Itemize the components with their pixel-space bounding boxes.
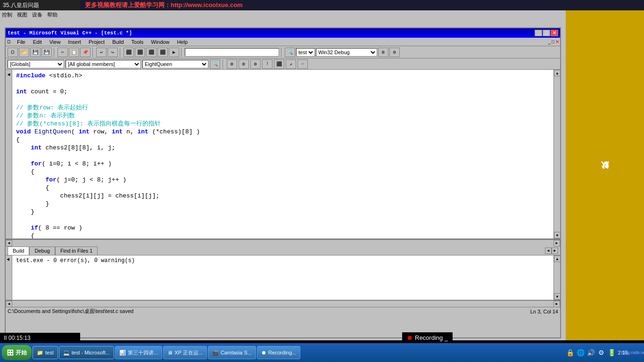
- scope-select[interactable]: [Globals]: [8, 60, 64, 68]
- tb-undo-btn[interactable]: ↩: [96, 48, 107, 57]
- tb-b5[interactable]: ▶: [169, 48, 179, 57]
- taskbar-icon-recording: ⏺: [261, 350, 266, 355]
- taskbar-tray: 🔒 🌐 🔊 ⚙ 🔋 2:15 blog.csdn.net: [562, 348, 642, 357]
- tab-find-in-files[interactable]: Find in Files 1: [55, 247, 98, 255]
- tb-cut-btn[interactable]: ✂: [58, 48, 68, 57]
- code-line-18: }: [16, 208, 550, 216]
- tb-b4[interactable]: ⬛: [157, 48, 168, 57]
- vs-menu-edit[interactable]: Edit: [31, 39, 44, 45]
- code-line-16: chess2[i][j] = chess[i][j];: [16, 192, 550, 200]
- vs-menu-help[interactable]: Help: [175, 39, 190, 45]
- tb-copy-btn[interactable]: 📋: [69, 48, 79, 57]
- scroll-thumb[interactable]: [554, 76, 560, 232]
- vm-menu-item-view[interactable]: 视图: [17, 11, 27, 18]
- taskbar-btn-test[interactable]: 📁 test: [33, 346, 58, 359]
- vs-menu-window[interactable]: Window: [149, 39, 171, 45]
- output-scroll-up[interactable]: ▲: [554, 255, 561, 262]
- tab-debug[interactable]: Debug: [29, 247, 55, 255]
- tb-new-btn[interactable]: 🗋: [8, 48, 18, 57]
- tray-icon-3[interactable]: 🔊: [587, 348, 595, 357]
- scroll-left-arrow[interactable]: ◀: [6, 240, 12, 247]
- start-button[interactable]: ⊞ 开始: [2, 345, 32, 360]
- output-scrollbar-h[interactable]: ◀ ▶: [6, 300, 560, 307]
- taskbar-btn-vs[interactable]: 💻 test - Microsoft...: [59, 346, 114, 359]
- vs-menu-view[interactable]: View: [48, 39, 63, 45]
- out-scroll-right[interactable]: ▶: [553, 301, 560, 307]
- vm-menu-item-device[interactable]: 设备: [32, 11, 42, 18]
- tray-icon-url[interactable]: blog.csdn.net: [630, 348, 638, 357]
- output-collapse[interactable]: ◀: [6, 255, 12, 263]
- scroll-right-arrow[interactable]: ▶: [553, 240, 560, 247]
- tab-scroll-left[interactable]: ◀: [545, 247, 552, 254]
- vs-inner-close[interactable]: ✕: [555, 39, 559, 44]
- tb-f2[interactable]: ⚙: [227, 59, 237, 69]
- tray-icon-2[interactable]: 🌐: [577, 348, 585, 357]
- tb-f1[interactable]: 🔍: [210, 59, 220, 69]
- code-line-14: for( j=0; j < 8; j++ ): [16, 176, 550, 184]
- tb-b3[interactable]: ⬛: [146, 48, 157, 57]
- tray-icon-4[interactable]: ⚙: [597, 348, 606, 357]
- vm-menu-item-help[interactable]: 帮助: [47, 11, 58, 18]
- tb-save-btn[interactable]: 💾: [30, 48, 41, 57]
- tb-settings1[interactable]: ⚙: [378, 48, 388, 57]
- vm-menu-item-control[interactable]: 控制: [2, 11, 12, 18]
- scroll-down-arrow[interactable]: ▼: [554, 232, 561, 239]
- tb-f7[interactable]: ↗: [286, 59, 296, 69]
- vs-menu-tools[interactable]: Tools: [130, 39, 146, 45]
- taskbar-btn-ppt[interactable]: 📊 第三十四讲...: [115, 346, 162, 359]
- taskbar-label-ppt: 第三十四讲...: [128, 349, 158, 356]
- vs-inner-restore[interactable]: □: [552, 39, 554, 44]
- windows-logo: ⊞: [7, 347, 14, 358]
- tb-saveall-btn[interactable]: 💾: [41, 48, 52, 57]
- tb-build-select[interactable]: Win32 Debug: [316, 48, 377, 57]
- taskbar-label-camtasia: Camtasia S...: [221, 350, 252, 355]
- code-editor[interactable]: #include <stdio.h> int count = 0; // 参数r…: [12, 70, 553, 239]
- tb-redo-btn[interactable]: ↪: [107, 48, 118, 57]
- tb-f4[interactable]: ⚙: [250, 59, 261, 69]
- tb-search-input[interactable]: [185, 48, 279, 57]
- code-scrollbar-v[interactable]: ▲ ▼: [553, 70, 560, 239]
- tb-f8[interactable]: ☞: [297, 59, 308, 69]
- tb-settings2[interactable]: ⚙: [389, 48, 400, 57]
- vs-menu-file[interactable]: File: [15, 39, 27, 45]
- code-scrollbar-h[interactable]: ◀ ▶: [6, 239, 560, 246]
- tb-paste-btn[interactable]: 📌: [80, 48, 91, 57]
- taskbar-icon-test: 📁: [37, 350, 43, 356]
- output-scrollbar-v[interactable]: ▲ ▼: [553, 255, 560, 300]
- ad-banner: 更多视频教程请上爱酷学习网：http://www.icoolxue.com: [80, 0, 644, 10]
- scroll-up-arrow[interactable]: ▲: [554, 70, 561, 76]
- taskbar-btn-recording[interactable]: ⏺ Recording...: [257, 346, 300, 359]
- tab-build[interactable]: Build: [8, 247, 29, 255]
- taskbar-label-vs: test - Microsoft...: [72, 350, 110, 355]
- tray-icon-1[interactable]: 🔒: [566, 348, 575, 357]
- vs-menu-build[interactable]: Build: [110, 39, 125, 45]
- vs-close-btn[interactable]: ✕: [551, 30, 558, 36]
- vs-maximize-btn[interactable]: □: [543, 30, 550, 36]
- out-scroll-left[interactable]: ◀: [6, 301, 12, 307]
- output-scroll-thumb[interactable]: [554, 262, 560, 293]
- vs-minimize-btn[interactable]: _: [535, 30, 542, 36]
- tb-f6[interactable]: ⬛: [274, 59, 284, 69]
- tb-f3[interactable]: ⚙: [239, 59, 249, 69]
- taskbar-btn-camtasia[interactable]: 🎬 Camtasia S...: [208, 346, 256, 359]
- vs-menu-insert[interactable]: Insert: [66, 39, 83, 45]
- tb-search-icon[interactable]: 🔍: [285, 48, 295, 57]
- code-line-15: {: [16, 184, 550, 192]
- tb-b1[interactable]: ⬛: [124, 48, 134, 57]
- code-collapse[interactable]: ◀: [7, 72, 10, 77]
- tb-config-select[interactable]: test: [296, 48, 315, 57]
- function-select[interactable]: EightQueen: [142, 60, 208, 68]
- taskbar-btn-xp[interactable]: 🖥 XP 正在运...: [163, 346, 207, 359]
- tb-b2[interactable]: ⬛: [135, 48, 145, 57]
- output-container: ◀ test.exe - 0 error(s), 0 warning(s) ▲ …: [6, 255, 560, 300]
- left-time: II 00:15:13: [0, 333, 80, 343]
- tb-open-btn[interactable]: 📂: [19, 48, 29, 57]
- vs-titlebar-controls: _ □ ✕: [535, 30, 558, 36]
- tray-icon-5[interactable]: 🔋: [608, 348, 616, 357]
- vs-inner-minimize[interactable]: _: [548, 39, 551, 44]
- vs-menu-project[interactable]: Project: [87, 39, 107, 45]
- members-select[interactable]: [All global members]: [66, 60, 141, 68]
- tab-scroll-right[interactable]: ▶: [552, 247, 558, 254]
- output-scroll-down[interactable]: ▼: [554, 293, 561, 300]
- tb-f5[interactable]: !: [262, 59, 272, 69]
